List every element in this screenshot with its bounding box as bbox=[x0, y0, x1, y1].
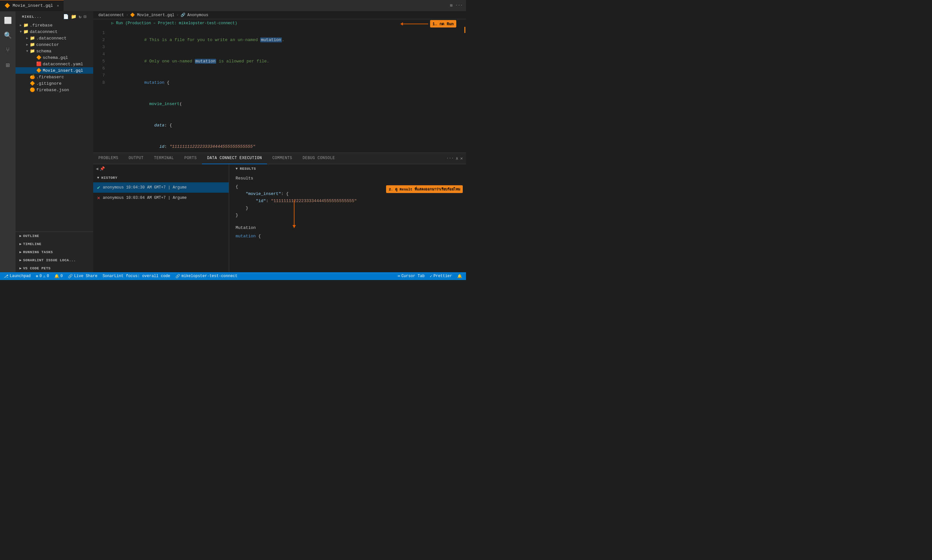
tree-item-firebaserc[interactable]: ▶ 🍊 .firebaserc bbox=[15, 74, 93, 80]
breadcrumb-file-icon: 🔶 bbox=[130, 12, 135, 17]
tree-item-dataconnect[interactable]: ▼ 📁 dataconnect bbox=[15, 28, 93, 35]
json-line-4: } bbox=[236, 205, 460, 212]
tab-bar: 🔶 Movie_insert.gql ✕ ⊞ ··· bbox=[0, 0, 466, 11]
status-cursor-tab[interactable]: ⌨ Cursor Tab bbox=[398, 274, 424, 279]
editor-content: 1 2 3 4 5 6 7 8 # This is a file for you… bbox=[93, 27, 466, 152]
main-layout: ⬜ 🔍 ⑂ ⊞ MIKEL... 📄 📁 ↻ ⊟ ▶ 📁 .firebase ▼ bbox=[0, 11, 466, 272]
status-errors[interactable]: ⊗ 0 ⚠ 0 bbox=[36, 274, 49, 279]
folder-icon-schema: 📁 bbox=[30, 49, 35, 54]
tree-item-firebase[interactable]: ▶ 📁 .firebase bbox=[15, 22, 93, 28]
history-pane: ◀ 📌 ▼ HISTORY ✔ anonymous 10:04:30 AM GM… bbox=[93, 164, 229, 272]
tree-item-connector[interactable]: ▶ 📁 connector bbox=[15, 42, 93, 48]
folder-icon-connector: 📁 bbox=[30, 42, 35, 47]
new-file-icon[interactable]: 📄 bbox=[63, 14, 69, 19]
run-annotation-box: 1. กด Run bbox=[430, 20, 456, 28]
sonarlint-section[interactable]: ▶ SONARLINT ISSUE LOCA... bbox=[15, 256, 93, 264]
code-area[interactable]: # This is a file for you to write an un-… bbox=[109, 27, 461, 152]
history-item-1[interactable]: ✔ anonymous 10:04:30 AM GMT+7 | Argume bbox=[93, 182, 229, 193]
vscode-pets-section[interactable]: ▶ VS CODE PETS bbox=[15, 264, 93, 272]
status-notifications[interactable]: 🔔 0 bbox=[54, 274, 63, 279]
breadcrumb-dataconnect[interactable]: dataconnect bbox=[99, 13, 124, 17]
tree-item-dataconnect-yaml[interactable]: ▶ 🟥 dataconnect.yaml bbox=[15, 61, 93, 67]
status-liveshare[interactable]: 🔗 Live Share bbox=[68, 274, 97, 279]
history-item-2-content: anonymous 10:03:04 AM GMT+7 | Argume bbox=[103, 195, 187, 200]
branch-icon: ⎇ bbox=[4, 274, 8, 279]
result-arrow-head bbox=[293, 225, 296, 228]
tree-arrow-schema: ▼ bbox=[25, 49, 30, 53]
code-line-4: movie_insert( bbox=[114, 94, 461, 115]
history-chevron: ▼ bbox=[97, 176, 99, 180]
collapse-icon[interactable]: ⊟ bbox=[84, 14, 87, 19]
status-bell-right[interactable]: 🔔 bbox=[457, 274, 462, 279]
tab-comments[interactable]: COMMENTS bbox=[267, 153, 298, 164]
results-title: Results bbox=[236, 176, 460, 181]
history-item-2[interactable]: ✕ anonymous 10:03:04 AM GMT+7 | Argume bbox=[93, 193, 229, 203]
split-editor-icon[interactable]: ⊞ bbox=[450, 3, 453, 8]
tree-item-schema-gql[interactable]: ▶ 🔶 schema.gql bbox=[15, 54, 93, 61]
mutation-content: mutation { bbox=[236, 233, 460, 240]
source-control-icon[interactable]: ⑂ bbox=[1, 44, 14, 57]
line-num-4: 4 bbox=[93, 51, 105, 58]
outline-section[interactable]: ▶ OUTLINE bbox=[15, 232, 93, 240]
search-icon[interactable]: 🔍 bbox=[1, 29, 14, 42]
tree-arrow-connector: ▶ bbox=[25, 43, 30, 46]
history-label: HISTORY bbox=[101, 176, 117, 180]
tab-output[interactable]: OUTPUT bbox=[123, 153, 149, 164]
history-collapse-icon[interactable]: ◀ bbox=[96, 166, 99, 171]
panel-expand-icon[interactable]: ∧ bbox=[456, 156, 458, 161]
tree-label-firebase-json: firebase.json bbox=[36, 88, 69, 92]
run-bar: ▷ Run (Production – Project: mikelopster… bbox=[93, 19, 466, 27]
tree-item-movie-insert[interactable]: ▶ 🔶 Movie_insert.gql bbox=[15, 67, 93, 74]
extensions-icon[interactable]: ⊞ bbox=[1, 58, 14, 71]
tree-arrow-dotdataconnect: ▶ bbox=[25, 36, 30, 40]
tab-problems[interactable]: PROBLEMS bbox=[93, 153, 123, 164]
more-tabs-icon[interactable]: ··· bbox=[455, 3, 463, 8]
breadcrumb-sep1: › bbox=[126, 13, 128, 17]
breadcrumb-symbol-icon: 🔗 bbox=[181, 12, 185, 17]
tab-close-button[interactable]: ✕ bbox=[57, 3, 59, 8]
history-item-1-content: anonymous 10:04:30 AM GMT+7 | Argume bbox=[103, 185, 187, 190]
panel-more-icon[interactable]: ··· bbox=[446, 156, 454, 161]
branch-label: Launchpad bbox=[10, 274, 31, 278]
bell-right-icon: 🔔 bbox=[457, 274, 462, 279]
new-folder-icon[interactable]: 📁 bbox=[71, 14, 77, 19]
history-pin-icon[interactable]: 📌 bbox=[100, 166, 105, 171]
tree-item-firebase-json[interactable]: ▶ 🟠 firebase.json bbox=[15, 87, 93, 93]
line-num-5: 5 bbox=[93, 58, 105, 65]
sonarlint-label: SONARLINT ISSUE LOCA... bbox=[23, 258, 76, 262]
folder-icon-dataconnect: 📁 bbox=[23, 29, 28, 34]
status-sonarlint[interactable]: SonarLint focus: overall code bbox=[103, 274, 170, 278]
code-line-3: mutation { bbox=[114, 72, 461, 94]
tree-label-firebaserc: .firebaserc bbox=[36, 75, 64, 80]
running-tasks-section[interactable]: ▶ RUNNING TASKS bbox=[15, 248, 93, 256]
line-num-8: 8 bbox=[93, 79, 105, 86]
vscode-pets-arrow: ▶ bbox=[19, 266, 22, 270]
tree-item-schema[interactable]: ▼ 📁 schema bbox=[15, 48, 93, 54]
refresh-icon[interactable]: ↻ bbox=[79, 14, 82, 19]
line-numbers: 1 2 3 4 5 6 7 8 bbox=[93, 27, 109, 152]
sidebar: MIKEL... 📄 📁 ↻ ⊟ ▶ 📁 .firebase ▼ 📁 datac… bbox=[15, 11, 93, 272]
code-line-6: id: "11111111222233334444555555555555" bbox=[114, 136, 461, 152]
cursor-tab-label: Cursor Tab bbox=[401, 274, 424, 278]
tree-item-gitignore[interactable]: ▶ 🔶 .gitignore bbox=[15, 80, 93, 87]
warning-icon: ⚠ bbox=[43, 274, 45, 279]
timeline-section[interactable]: ▶ TIMELINE bbox=[15, 240, 93, 248]
sonarlint-status-label: SonarLint focus: overall code bbox=[103, 274, 170, 278]
tab-data-connect-execution[interactable]: DATA CONNECT EXECUTION bbox=[202, 153, 267, 164]
breadcrumb-file[interactable]: Movie_insert.gql bbox=[137, 13, 174, 17]
tab-debug-console[interactable]: DEBUG CONSOLE bbox=[298, 153, 340, 164]
status-project[interactable]: 🔗 mikelopster-test-connect bbox=[175, 274, 238, 279]
tab-ports[interactable]: PORTS bbox=[179, 153, 202, 164]
status-branch[interactable]: ⎇ Launchpad bbox=[4, 274, 31, 279]
tree-item-dotdataconnect[interactable]: ▶ 📁 .dataconnect bbox=[15, 35, 93, 42]
status-prettier[interactable]: ✓ Prettier bbox=[430, 274, 452, 279]
run-button[interactable]: ▷ Run (Production – Project: mikelopster… bbox=[111, 21, 237, 26]
outline-label: OUTLINE bbox=[23, 234, 39, 238]
tab-label: Movie_insert.gql bbox=[12, 3, 53, 8]
tab-movie-insert[interactable]: 🔶 Movie_insert.gql ✕ bbox=[0, 0, 64, 11]
tab-terminal[interactable]: TERMINAL bbox=[149, 153, 179, 164]
breadcrumb-symbol[interactable]: Anonymous bbox=[187, 13, 208, 17]
explorer-icon[interactable]: ⬜ bbox=[1, 14, 14, 27]
panel-close-icon[interactable]: ✕ bbox=[460, 156, 463, 161]
history-item-2-text: anonymous 10:03:04 AM GMT+7 | Argume bbox=[103, 195, 187, 200]
